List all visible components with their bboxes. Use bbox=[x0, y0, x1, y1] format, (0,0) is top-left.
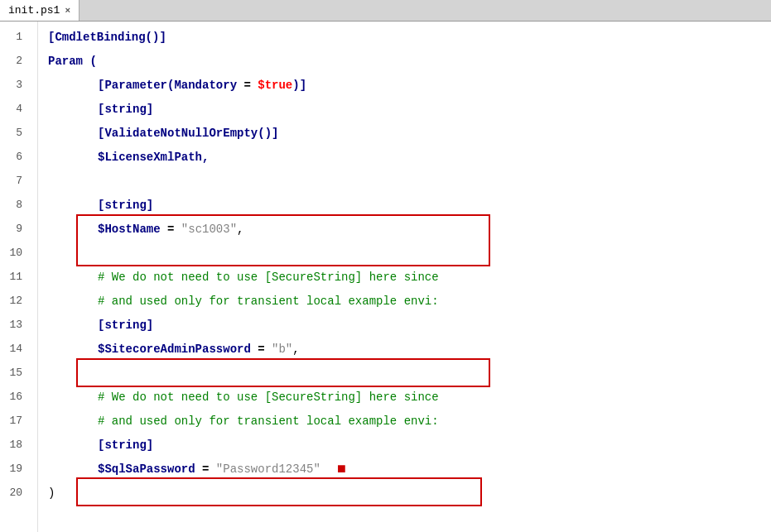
code-text bbox=[251, 343, 258, 356]
line-num-15: 15 bbox=[0, 361, 29, 385]
line-num-18: 18 bbox=[0, 433, 29, 457]
code-text bbox=[48, 247, 55, 260]
code-line-15 bbox=[48, 361, 771, 385]
line-num-10: 10 bbox=[0, 241, 29, 265]
code-line-4: [string] bbox=[48, 97, 771, 121]
code-text: = bbox=[202, 463, 209, 476]
code-text: # We do not need to use [SecureString] h… bbox=[98, 271, 439, 284]
code-text: $HostName bbox=[98, 223, 161, 236]
code-line-11: # We do not need to use [SecureString] h… bbox=[48, 265, 771, 289]
code-text bbox=[48, 175, 55, 188]
code-text bbox=[209, 463, 215, 476]
code-text bbox=[195, 463, 202, 476]
code-area: 1 2 3 4 5 6 7 8 9 10 11 12 13 14 15 16 1… bbox=[0, 22, 771, 532]
code-text: [ValidateNotNullOrEmpty()] bbox=[98, 127, 278, 140]
code-line-1: [CmdletBinding()] bbox=[48, 25, 771, 49]
line-num-9: 9 bbox=[0, 217, 29, 241]
code-text: = bbox=[167, 223, 174, 236]
code-text: "sc1003" bbox=[181, 223, 237, 236]
line-num-8: 8 bbox=[0, 193, 29, 217]
code-line-13: [string] bbox=[48, 313, 771, 337]
line-num-19: 19 bbox=[0, 457, 29, 481]
code-text: , bbox=[237, 223, 243, 236]
editor-window: init.ps1 × 1 2 3 4 5 6 7 8 9 10 11 12 13… bbox=[0, 0, 771, 532]
code-line-3: [Parameter(Mandatory = $true )] bbox=[48, 73, 771, 97]
cursor-dot: ■ bbox=[337, 461, 346, 477]
code-text: Param ( bbox=[48, 55, 97, 68]
line-num-4: 4 bbox=[0, 97, 29, 121]
line-num-5: 5 bbox=[0, 121, 29, 145]
code-line-5: [ValidateNotNullOrEmpty()] bbox=[48, 121, 771, 145]
code-text: [Parameter(Mandatory bbox=[98, 79, 237, 92]
code-line-16: # We do not need to use [SecureString] h… bbox=[48, 385, 771, 409]
line-num-13: 13 bbox=[0, 313, 29, 337]
code-text: "Password12345" bbox=[216, 463, 320, 476]
code-line-8: [string] bbox=[48, 193, 771, 217]
code-text: $true bbox=[258, 79, 292, 92]
code-line-12: # and used only for transient local exam… bbox=[48, 289, 771, 313]
line-num-11: 11 bbox=[0, 265, 29, 289]
line-num-14: 14 bbox=[0, 337, 29, 361]
file-tab[interactable]: init.ps1 × bbox=[0, 0, 80, 21]
line-num-17: 17 bbox=[0, 409, 29, 433]
code-text: $SitecoreAdminPassword bbox=[98, 343, 251, 356]
code-text: # and used only for transient local exam… bbox=[98, 295, 439, 308]
line-num-20: 20 bbox=[0, 481, 29, 505]
code-text: , bbox=[292, 343, 299, 356]
code-line-10 bbox=[48, 241, 771, 265]
code-line-9: $HostName = "sc1003" , bbox=[48, 217, 771, 241]
code-text bbox=[48, 367, 55, 380]
code-line-2: Param ( bbox=[48, 49, 771, 73]
code-line-20: ) bbox=[48, 481, 771, 505]
code-text bbox=[251, 79, 258, 92]
line-num-7: 7 bbox=[0, 169, 29, 193]
code-text: = bbox=[243, 79, 250, 92]
code-text: )] bbox=[292, 79, 306, 92]
code-text: [CmdletBinding()] bbox=[48, 31, 166, 44]
code-text: [string] bbox=[98, 319, 153, 332]
code-text bbox=[265, 343, 272, 356]
code-text: [string] bbox=[98, 439, 153, 452]
tab-close-button[interactable]: × bbox=[65, 6, 70, 16]
code-line-19: $SqlSaPassword = "Password12345" ■ bbox=[48, 457, 771, 481]
code-text bbox=[237, 79, 243, 92]
code-text: $LicenseXmlPath, bbox=[98, 151, 209, 164]
code-content: [CmdletBinding()] Param ( [Parameter(Man… bbox=[38, 22, 771, 532]
code-text bbox=[174, 223, 181, 236]
code-text bbox=[161, 223, 167, 236]
code-text: "b" bbox=[272, 343, 292, 356]
tab-filename: init.ps1 bbox=[8, 4, 60, 17]
line-num-2: 2 bbox=[0, 49, 29, 73]
code-text: # and used only for transient local exam… bbox=[98, 415, 439, 428]
code-text: $SqlSaPassword bbox=[98, 463, 195, 476]
code-line-18: [string] bbox=[48, 433, 771, 457]
tab-bar: init.ps1 × bbox=[0, 0, 771, 22]
code-text: [string] bbox=[98, 103, 153, 116]
code-text: [string] bbox=[98, 199, 153, 212]
code-line-7 bbox=[48, 169, 771, 193]
code-text: = bbox=[258, 343, 264, 356]
line-num-16: 16 bbox=[0, 385, 29, 409]
line-numbers: 1 2 3 4 5 6 7 8 9 10 11 12 13 14 15 16 1… bbox=[0, 22, 38, 532]
code-line-17: # and used only for transient local exam… bbox=[48, 409, 771, 433]
code-line-14: $SitecoreAdminPassword = "b" , bbox=[48, 337, 771, 361]
line-num-1: 1 bbox=[0, 25, 29, 49]
code-text: ) bbox=[48, 486, 55, 500]
code-line-6: $LicenseXmlPath, bbox=[48, 145, 771, 169]
line-num-12: 12 bbox=[0, 289, 29, 313]
line-num-6: 6 bbox=[0, 145, 29, 169]
code-text: # We do not need to use [SecureString] h… bbox=[98, 391, 439, 404]
line-num-3: 3 bbox=[0, 73, 29, 97]
